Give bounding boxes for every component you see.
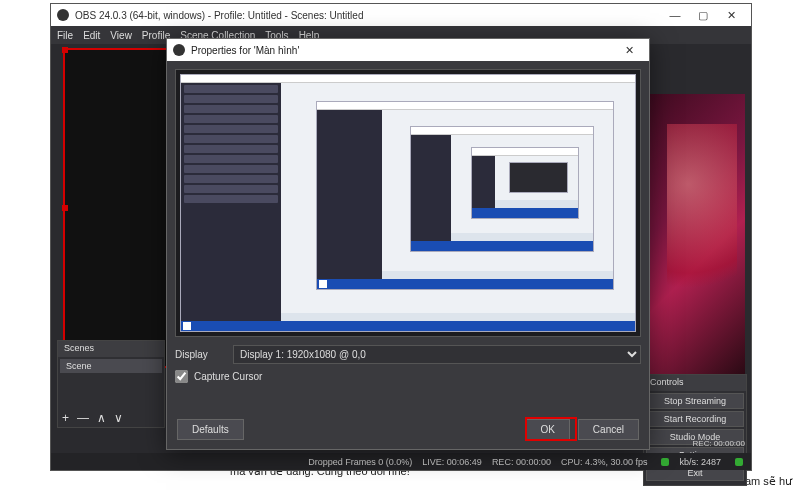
stop-streaming-button[interactable]: Stop Streaming xyxy=(646,393,744,409)
display-label: Display xyxy=(175,349,225,360)
defaults-button[interactable]: Defaults xyxy=(177,419,244,440)
maximize-button[interactable]: ▢ xyxy=(689,5,717,25)
controls-header: Controls xyxy=(644,375,746,391)
properties-dialog: Properties for 'Màn hình' ✕ xyxy=(166,38,650,450)
properties-titlebar[interactable]: Properties for 'Màn hình' ✕ xyxy=(167,39,649,61)
status-live: LIVE: 00:06:49 xyxy=(422,457,482,467)
remove-scene-icon[interactable]: — xyxy=(77,411,89,425)
nested-screenshot xyxy=(316,101,613,290)
status-kbps: kb/s: 2487 xyxy=(679,457,721,467)
capture-cursor-label: Capture Cursor xyxy=(194,371,262,382)
nested-screenshot xyxy=(471,147,579,219)
status-indicator-icon xyxy=(735,458,743,466)
controls-rec-small: REC: 00:00:00 xyxy=(693,439,745,448)
menu-view[interactable]: View xyxy=(110,30,132,41)
properties-footer: Defaults OK Cancel xyxy=(167,409,649,449)
menu-edit[interactable]: Edit xyxy=(83,30,100,41)
obs-window-title: OBS 24.0.3 (64-bit, windows) - Profile: … xyxy=(75,10,661,21)
status-dropped: Dropped Frames 0 (0.0%) xyxy=(308,457,412,467)
status-cpu: CPU: 4.3%, 30.00 fps xyxy=(561,457,648,467)
close-button[interactable]: ✕ xyxy=(717,5,745,25)
scene-up-icon[interactable]: ∧ xyxy=(97,411,106,425)
display-row: Display Display 1: 1920x1080 @ 0,0 xyxy=(175,345,641,364)
program-preview-image xyxy=(635,94,745,374)
add-scene-icon[interactable]: + xyxy=(62,411,69,425)
start-recording-button[interactable]: Start Recording xyxy=(646,411,744,427)
obs-app-icon xyxy=(57,9,69,21)
scenes-header: Scenes xyxy=(58,341,164,357)
menu-file[interactable]: File xyxy=(57,30,73,41)
obs-statusbar: Dropped Frames 0 (0.0%) LIVE: 00:06:49 R… xyxy=(51,453,751,470)
source-preview xyxy=(175,69,641,337)
status-rec: REC: 00:00:00 xyxy=(492,457,551,467)
capture-cursor-row: Capture Cursor xyxy=(175,370,641,383)
ok-button[interactable]: OK xyxy=(525,419,569,440)
properties-body: Display Display 1: 1920x1080 @ 0,0 Captu… xyxy=(167,61,649,409)
status-indicator-icon xyxy=(661,458,669,466)
nested-screenshot xyxy=(509,162,569,193)
scenes-toolbar: + — ∧ ∨ xyxy=(62,411,123,425)
resize-handle-icon[interactable] xyxy=(62,47,68,53)
cancel-button[interactable]: Cancel xyxy=(578,419,639,440)
scenes-dock: Scenes Scene + — ∧ ∨ xyxy=(57,340,165,428)
resize-handle-icon[interactable] xyxy=(62,205,68,211)
nested-screenshot xyxy=(410,126,594,251)
nested-screenshot xyxy=(180,74,636,332)
display-select[interactable]: Display 1: 1920x1080 @ 0,0 xyxy=(233,345,641,364)
capture-cursor-checkbox[interactable] xyxy=(175,370,188,383)
properties-title: Properties for 'Màn hình' xyxy=(191,45,615,56)
scene-item[interactable]: Scene xyxy=(60,359,162,373)
scene-down-icon[interactable]: ∨ xyxy=(114,411,123,425)
minimize-button[interactable]: — xyxy=(661,5,689,25)
properties-close-button[interactable]: ✕ xyxy=(615,40,643,60)
properties-app-icon xyxy=(173,44,185,56)
obs-titlebar[interactable]: OBS 24.0.3 (64-bit, windows) - Profile: … xyxy=(51,4,751,26)
